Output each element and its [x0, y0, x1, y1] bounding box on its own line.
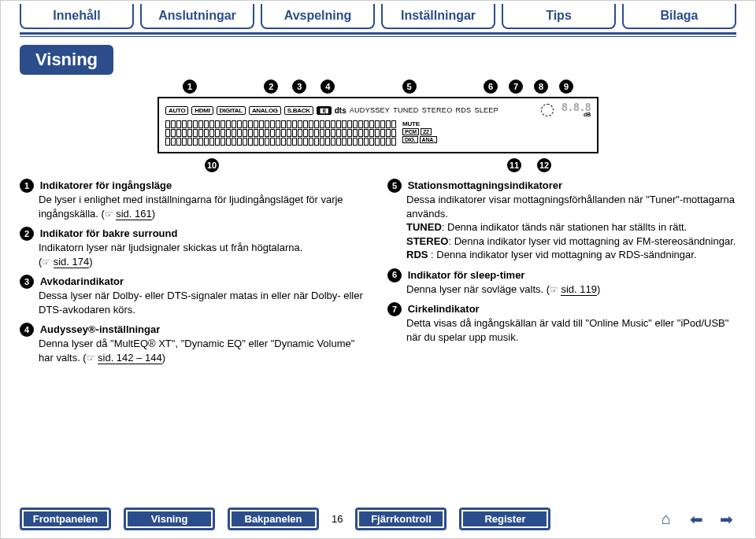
label-sleep: SLEEP: [474, 106, 498, 114]
left-column: 1 Indikatorer för ingångslägeDe lyser i …: [20, 179, 369, 371]
label-audyssey: AUDYSSEY: [350, 106, 390, 114]
callout-4: 4: [321, 79, 335, 94]
dts-icon: dts: [335, 106, 346, 115]
right-column: 5 StationsmottagningsindikatorerDessa in…: [387, 179, 736, 371]
section-title: Visning: [20, 45, 113, 75]
callout-10: 10: [205, 158, 219, 172]
tab-innehall[interactable]: Innehåll: [20, 4, 134, 29]
nav-frontpanelen[interactable]: Frontpanelen: [20, 508, 111, 530]
page-ref[interactable]: sid. 161: [116, 208, 152, 220]
label-stereo: STEREO: [422, 106, 453, 114]
page-ref[interactable]: sid. 119: [561, 283, 597, 296]
segment-display: 8.8.8: [561, 103, 591, 111]
home-icon[interactable]: ⌂: [656, 511, 676, 528]
nav-bakpanelen[interactable]: Bakpanelen: [228, 508, 319, 530]
tab-avspelning[interactable]: Avspelning: [261, 4, 375, 29]
label-tuned: TUNED: [393, 106, 419, 114]
tab-installningar[interactable]: Inställningar: [381, 4, 495, 29]
callout-12: 12: [537, 158, 551, 172]
tab-anslutningar[interactable]: Anslutningar: [140, 4, 254, 29]
nav-register[interactable]: Register: [459, 508, 550, 530]
dolby-icon: ▮▯▮: [317, 106, 332, 115]
callout-1: 1: [183, 79, 197, 94]
tab-bilaga[interactable]: Bilaga: [622, 4, 736, 29]
badge-analog: ANALOG: [249, 106, 281, 115]
callout-8: 8: [534, 79, 548, 94]
label-rds: RDS: [455, 106, 471, 114]
circle-indicator-icon: [541, 104, 554, 116]
bottom-nav: Frontpanelen Visning Bakpanelen 16 Fjärr…: [20, 508, 736, 530]
callout-3: 3: [292, 79, 306, 94]
badge-pcm: PCM: [402, 128, 419, 135]
page-ref[interactable]: sid. 142 – 144: [98, 352, 162, 364]
page-ref[interactable]: sid. 174: [54, 256, 90, 268]
callout-9: 9: [559, 79, 573, 94]
display-panel: AUTO HDMI DIGITAL ANALOG S.BACK ▮▯▮ dts …: [158, 97, 598, 153]
dot-matrix: [165, 120, 396, 146]
badge-ana: ANA.: [420, 136, 437, 143]
label-mute: MUTE: [402, 120, 420, 127]
label-db: dB: [584, 112, 591, 117]
badge-digital: DIGITAL: [217, 106, 246, 115]
badge-auto: AUTO: [165, 106, 188, 115]
forward-icon[interactable]: ➡: [716, 511, 736, 528]
nav-fjarrkontroll[interactable]: Fjärrkontroll: [355, 508, 447, 530]
badge-z2: Z2: [421, 128, 432, 135]
nav-visning[interactable]: Visning: [124, 508, 215, 530]
badge-sback: S.BACK: [284, 106, 313, 115]
page-number: 16: [332, 513, 343, 525]
back-icon[interactable]: ⬅: [686, 511, 706, 528]
callout-2: 2: [264, 79, 278, 94]
tab-tips[interactable]: Tips: [502, 4, 616, 29]
badge-dig: DIG.: [402, 136, 418, 143]
callout-11: 11: [507, 158, 521, 172]
display-diagram: 1 2 3 4 5 6 7 8 9 AUTO HDMI DIGITAL ANAL…: [158, 79, 598, 172]
callout-7: 7: [509, 79, 523, 94]
badge-hdmi: HDMI: [191, 106, 213, 115]
top-tabs: Innehåll Anslutningar Avspelning Inställ…: [20, 1, 736, 29]
callout-6: 6: [484, 79, 498, 94]
callout-5: 5: [402, 79, 417, 94]
